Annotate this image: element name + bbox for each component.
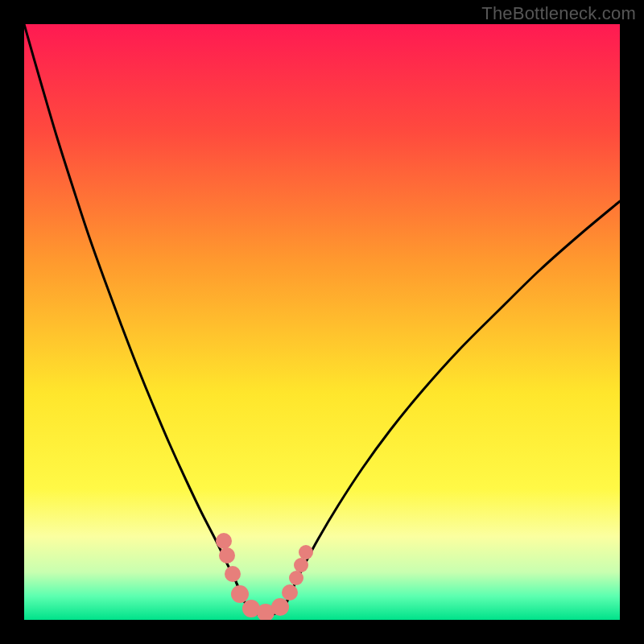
- marker-dot: [216, 533, 232, 549]
- marker-dot: [289, 571, 303, 585]
- marker-dot: [231, 585, 249, 603]
- frame-background: TheBottleneck.com: [0, 0, 644, 644]
- marker-dot: [219, 547, 235, 564]
- marker-dot: [271, 598, 289, 616]
- plot-area: [24, 24, 620, 620]
- chart-svg: [24, 24, 620, 620]
- watermark-text: TheBottleneck.com: [481, 3, 636, 24]
- marker-dot: [299, 545, 313, 559]
- marker-dot: [225, 566, 241, 582]
- marker-dot: [294, 558, 308, 572]
- marker-dot: [282, 584, 298, 601]
